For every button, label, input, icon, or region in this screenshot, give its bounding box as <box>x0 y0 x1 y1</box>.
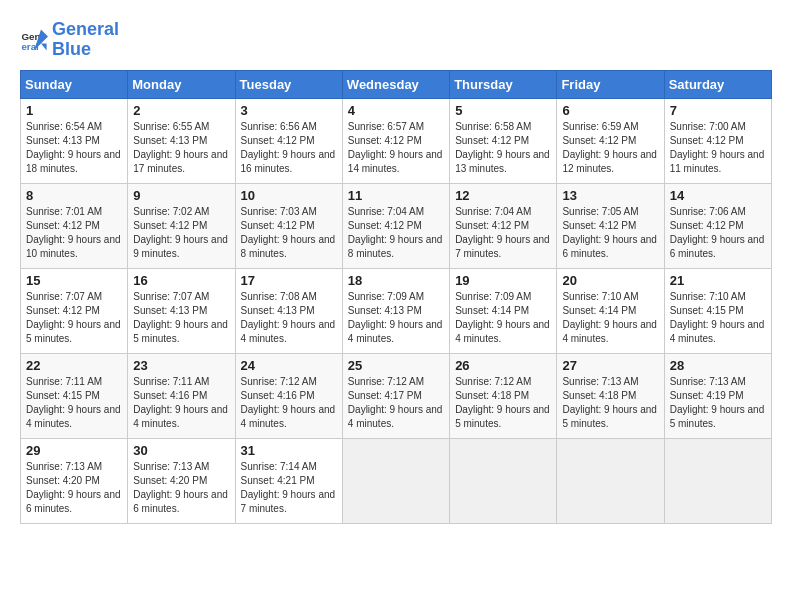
day-info: Sunrise: 7:00 AM Sunset: 4:12 PM Dayligh… <box>670 120 766 176</box>
day-number: 2 <box>133 103 229 118</box>
day-cell-5: 5 Sunrise: 6:58 AM Sunset: 4:12 PM Dayli… <box>450 98 557 183</box>
day-cell-17: 17 Sunrise: 7:08 AM Sunset: 4:13 PM Dayl… <box>235 268 342 353</box>
day-cell-7: 7 Sunrise: 7:00 AM Sunset: 4:12 PM Dayli… <box>664 98 771 183</box>
day-number: 3 <box>241 103 337 118</box>
day-cell-26: 26 Sunrise: 7:12 AM Sunset: 4:18 PM Dayl… <box>450 353 557 438</box>
day-number: 28 <box>670 358 766 373</box>
day-info: Sunrise: 7:11 AM Sunset: 4:16 PM Dayligh… <box>133 375 229 431</box>
day-header-sunday: Sunday <box>21 70 128 98</box>
day-cell-14: 14 Sunrise: 7:06 AM Sunset: 4:12 PM Dayl… <box>664 183 771 268</box>
day-header-tuesday: Tuesday <box>235 70 342 98</box>
day-info: Sunrise: 6:55 AM Sunset: 4:13 PM Dayligh… <box>133 120 229 176</box>
day-info: Sunrise: 6:57 AM Sunset: 4:12 PM Dayligh… <box>348 120 444 176</box>
day-number: 25 <box>348 358 444 373</box>
day-cell-29: 29 Sunrise: 7:13 AM Sunset: 4:20 PM Dayl… <box>21 438 128 523</box>
day-header-thursday: Thursday <box>450 70 557 98</box>
day-header-friday: Friday <box>557 70 664 98</box>
day-number: 11 <box>348 188 444 203</box>
day-cell-16: 16 Sunrise: 7:07 AM Sunset: 4:13 PM Dayl… <box>128 268 235 353</box>
day-number: 5 <box>455 103 551 118</box>
logo-name: GeneralBlue <box>52 20 119 60</box>
empty-cell <box>557 438 664 523</box>
day-cell-30: 30 Sunrise: 7:13 AM Sunset: 4:20 PM Dayl… <box>128 438 235 523</box>
day-info: Sunrise: 7:02 AM Sunset: 4:12 PM Dayligh… <box>133 205 229 261</box>
empty-cell <box>342 438 449 523</box>
day-cell-31: 31 Sunrise: 7:14 AM Sunset: 4:21 PM Dayl… <box>235 438 342 523</box>
day-cell-11: 11 Sunrise: 7:04 AM Sunset: 4:12 PM Dayl… <box>342 183 449 268</box>
day-number: 12 <box>455 188 551 203</box>
day-number: 20 <box>562 273 658 288</box>
day-info: Sunrise: 6:59 AM Sunset: 4:12 PM Dayligh… <box>562 120 658 176</box>
day-cell-19: 19 Sunrise: 7:09 AM Sunset: 4:14 PM Dayl… <box>450 268 557 353</box>
day-info: Sunrise: 7:04 AM Sunset: 4:12 PM Dayligh… <box>348 205 444 261</box>
day-number: 8 <box>26 188 122 203</box>
day-cell-24: 24 Sunrise: 7:12 AM Sunset: 4:16 PM Dayl… <box>235 353 342 438</box>
day-number: 27 <box>562 358 658 373</box>
day-info: Sunrise: 7:09 AM Sunset: 4:14 PM Dayligh… <box>455 290 551 346</box>
calendar-table: SundayMondayTuesdayWednesdayThursdayFrid… <box>20 70 772 524</box>
day-number: 31 <box>241 443 337 458</box>
day-number: 23 <box>133 358 229 373</box>
day-info: Sunrise: 7:07 AM Sunset: 4:12 PM Dayligh… <box>26 290 122 346</box>
day-cell-9: 9 Sunrise: 7:02 AM Sunset: 4:12 PM Dayli… <box>128 183 235 268</box>
day-number: 4 <box>348 103 444 118</box>
day-cell-15: 15 Sunrise: 7:07 AM Sunset: 4:12 PM Dayl… <box>21 268 128 353</box>
day-header-monday: Monday <box>128 70 235 98</box>
day-info: Sunrise: 7:13 AM Sunset: 4:20 PM Dayligh… <box>133 460 229 516</box>
day-info: Sunrise: 7:13 AM Sunset: 4:20 PM Dayligh… <box>26 460 122 516</box>
calendar-body: 1 Sunrise: 6:54 AM Sunset: 4:13 PM Dayli… <box>21 98 772 523</box>
day-cell-6: 6 Sunrise: 6:59 AM Sunset: 4:12 PM Dayli… <box>557 98 664 183</box>
day-number: 14 <box>670 188 766 203</box>
day-info: Sunrise: 7:04 AM Sunset: 4:12 PM Dayligh… <box>455 205 551 261</box>
day-cell-22: 22 Sunrise: 7:11 AM Sunset: 4:15 PM Dayl… <box>21 353 128 438</box>
day-info: Sunrise: 7:12 AM Sunset: 4:17 PM Dayligh… <box>348 375 444 431</box>
day-info: Sunrise: 7:12 AM Sunset: 4:16 PM Dayligh… <box>241 375 337 431</box>
day-number: 17 <box>241 273 337 288</box>
week-row-2: 8 Sunrise: 7:01 AM Sunset: 4:12 PM Dayli… <box>21 183 772 268</box>
logo: Gen eral GeneralBlue <box>20 20 119 60</box>
day-cell-3: 3 Sunrise: 6:56 AM Sunset: 4:12 PM Dayli… <box>235 98 342 183</box>
day-info: Sunrise: 7:06 AM Sunset: 4:12 PM Dayligh… <box>670 205 766 261</box>
day-info: Sunrise: 7:10 AM Sunset: 4:15 PM Dayligh… <box>670 290 766 346</box>
day-number: 24 <box>241 358 337 373</box>
logo-icon: Gen eral <box>20 26 48 54</box>
day-info: Sunrise: 7:07 AM Sunset: 4:13 PM Dayligh… <box>133 290 229 346</box>
day-number: 26 <box>455 358 551 373</box>
day-info: Sunrise: 7:05 AM Sunset: 4:12 PM Dayligh… <box>562 205 658 261</box>
day-header-wednesday: Wednesday <box>342 70 449 98</box>
week-row-4: 22 Sunrise: 7:11 AM Sunset: 4:15 PM Dayl… <box>21 353 772 438</box>
day-number: 13 <box>562 188 658 203</box>
day-info: Sunrise: 6:54 AM Sunset: 4:13 PM Dayligh… <box>26 120 122 176</box>
day-number: 16 <box>133 273 229 288</box>
day-cell-20: 20 Sunrise: 7:10 AM Sunset: 4:14 PM Dayl… <box>557 268 664 353</box>
week-row-3: 15 Sunrise: 7:07 AM Sunset: 4:12 PM Dayl… <box>21 268 772 353</box>
day-number: 7 <box>670 103 766 118</box>
day-number: 30 <box>133 443 229 458</box>
day-number: 22 <box>26 358 122 373</box>
day-cell-25: 25 Sunrise: 7:12 AM Sunset: 4:17 PM Dayl… <box>342 353 449 438</box>
day-cell-27: 27 Sunrise: 7:13 AM Sunset: 4:18 PM Dayl… <box>557 353 664 438</box>
day-cell-4: 4 Sunrise: 6:57 AM Sunset: 4:12 PM Dayli… <box>342 98 449 183</box>
empty-cell <box>664 438 771 523</box>
day-number: 10 <box>241 188 337 203</box>
day-number: 18 <box>348 273 444 288</box>
calendar-header-row: SundayMondayTuesdayWednesdayThursdayFrid… <box>21 70 772 98</box>
day-cell-18: 18 Sunrise: 7:09 AM Sunset: 4:13 PM Dayl… <box>342 268 449 353</box>
day-cell-1: 1 Sunrise: 6:54 AM Sunset: 4:13 PM Dayli… <box>21 98 128 183</box>
day-info: Sunrise: 7:13 AM Sunset: 4:19 PM Dayligh… <box>670 375 766 431</box>
day-cell-21: 21 Sunrise: 7:10 AM Sunset: 4:15 PM Dayl… <box>664 268 771 353</box>
day-header-saturday: Saturday <box>664 70 771 98</box>
day-cell-8: 8 Sunrise: 7:01 AM Sunset: 4:12 PM Dayli… <box>21 183 128 268</box>
header: Gen eral GeneralBlue <box>20 20 772 60</box>
day-cell-28: 28 Sunrise: 7:13 AM Sunset: 4:19 PM Dayl… <box>664 353 771 438</box>
day-cell-12: 12 Sunrise: 7:04 AM Sunset: 4:12 PM Dayl… <box>450 183 557 268</box>
day-info: Sunrise: 6:58 AM Sunset: 4:12 PM Dayligh… <box>455 120 551 176</box>
day-number: 29 <box>26 443 122 458</box>
week-row-5: 29 Sunrise: 7:13 AM Sunset: 4:20 PM Dayl… <box>21 438 772 523</box>
day-cell-10: 10 Sunrise: 7:03 AM Sunset: 4:12 PM Dayl… <box>235 183 342 268</box>
day-cell-13: 13 Sunrise: 7:05 AM Sunset: 4:12 PM Dayl… <box>557 183 664 268</box>
day-info: Sunrise: 7:12 AM Sunset: 4:18 PM Dayligh… <box>455 375 551 431</box>
day-info: Sunrise: 7:03 AM Sunset: 4:12 PM Dayligh… <box>241 205 337 261</box>
day-info: Sunrise: 7:14 AM Sunset: 4:21 PM Dayligh… <box>241 460 337 516</box>
day-info: Sunrise: 7:09 AM Sunset: 4:13 PM Dayligh… <box>348 290 444 346</box>
